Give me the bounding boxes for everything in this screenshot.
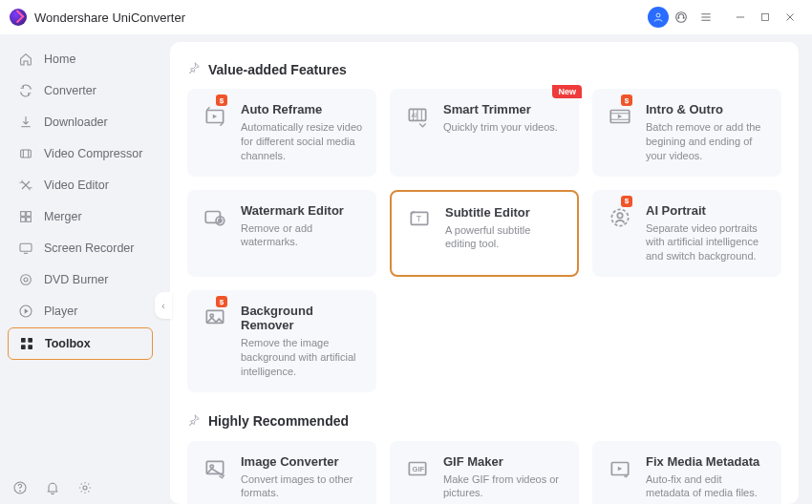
card-description: Make GIF from videos or pictures. <box>443 472 566 501</box>
card-title: GIF Maker <box>443 454 566 469</box>
dvd-burner-icon <box>17 271 34 288</box>
toolbox-icon <box>18 335 35 352</box>
intro-icon <box>606 102 634 131</box>
tool-card-background-remover[interactable]: $Background RemoverRemove the image back… <box>187 290 376 392</box>
svg-rect-3 <box>21 150 32 158</box>
sidebar-item-converter[interactable]: Converter <box>8 75 153 106</box>
sidebar-item-label: Player <box>44 304 77 318</box>
help-icon[interactable] <box>11 479 29 496</box>
home-icon <box>17 51 34 68</box>
card-description: A powerful subtitle editing tool. <box>445 223 564 252</box>
sidebar-item-dvd-burner[interactable]: DVD Burner <box>8 264 153 295</box>
card-title: Subtitle Editor <box>445 205 564 220</box>
trimmer-icon: AI <box>403 102 432 131</box>
svg-point-17 <box>20 491 21 492</box>
notifications-icon[interactable] <box>44 479 61 496</box>
subtitle-icon: T <box>405 205 434 234</box>
card-description: Remove or add watermarks. <box>241 221 363 250</box>
sidebar-item-label: Screen Recorder <box>44 242 135 255</box>
sidebar-item-label: Home <box>44 52 75 66</box>
sidebar-item-player[interactable]: Player <box>8 296 153 326</box>
tool-card-ai-portrait[interactable]: $AI PortraitSeparate video portraits wit… <box>592 190 781 278</box>
paid-badge-icon: $ <box>216 94 227 106</box>
portrait-icon <box>606 203 634 232</box>
svg-text:AI: AI <box>412 112 417 118</box>
downloader-icon <box>17 114 34 131</box>
card-title: Background Remover <box>241 304 363 332</box>
sidebar: HomeConverterDownloaderVideo CompressorV… <box>0 34 162 504</box>
svg-rect-7 <box>27 218 32 222</box>
sidebar-item-screen-recorder[interactable]: Screen Recorder <box>8 233 153 263</box>
video-editor-icon <box>17 177 34 194</box>
card-title: Auto Reframe <box>241 102 363 116</box>
sidebar-item-merger[interactable]: Merger <box>8 201 153 232</box>
sidebar-item-label: DVD Burner <box>44 273 108 286</box>
sidebar-item-toolbox[interactable]: Toolbox <box>8 327 153 360</box>
sidebar-item-home[interactable]: Home <box>8 44 153 74</box>
svg-point-33 <box>210 465 213 468</box>
tool-card-fix-media-metadata[interactable]: Fix Media MetadataAuto-fix and edit meta… <box>592 441 781 504</box>
content-panel: Value-added Features$Auto ReframeAutomat… <box>170 42 799 504</box>
gif-icon: GIF <box>403 454 432 483</box>
card-description: Separate video portraits with artificial… <box>646 221 768 264</box>
svg-rect-2 <box>762 14 769 21</box>
svg-point-29 <box>617 213 622 218</box>
bgremove-icon <box>201 304 229 332</box>
close-button[interactable] <box>778 5 802 30</box>
sidebar-item-label: Converter <box>44 84 96 97</box>
sidebar-item-video-compressor[interactable]: Video Compressor <box>8 138 153 169</box>
settings-icon[interactable] <box>76 479 94 496</box>
video-compressor-icon <box>17 145 34 162</box>
tool-card-gif-maker[interactable]: GIFGIF MakerMake GIF from videos or pict… <box>390 441 579 504</box>
sidebar-item-video-editor[interactable]: Video Editor <box>8 170 153 200</box>
maximize-button[interactable] <box>753 5 778 30</box>
metadata-icon <box>606 454 634 483</box>
svg-rect-5 <box>27 212 32 217</box>
card-title: Watermark Editor <box>241 203 363 218</box>
sidebar-item-label: Video Editor <box>44 178 109 192</box>
svg-text:T: T <box>417 214 422 223</box>
svg-text:GIF: GIF <box>413 465 425 473</box>
account-avatar-icon[interactable] <box>648 7 669 28</box>
minimize-button[interactable] <box>728 5 753 30</box>
svg-rect-14 <box>21 345 26 349</box>
tool-card-intro-outro[interactable]: $Intro & OutroBatch remove or add the be… <box>592 89 781 177</box>
new-badge: New <box>552 85 582 98</box>
screen-recorder-icon <box>17 240 34 257</box>
menu-icon[interactable] <box>694 5 718 30</box>
svg-rect-6 <box>21 218 26 222</box>
card-title: Image Converter <box>241 454 363 469</box>
tool-card-auto-reframe[interactable]: $Auto ReframeAutomatically resize video … <box>187 89 376 177</box>
card-description: Automatically resize video for different… <box>241 120 363 163</box>
app-title: Wondershare UniConverter <box>34 10 185 25</box>
reframe-icon <box>201 102 229 131</box>
sidebar-item-label: Downloader <box>44 116 108 129</box>
sidebar-item-label: Toolbox <box>45 337 91 350</box>
paid-badge-icon: $ <box>216 296 227 307</box>
sidebar-item-downloader[interactable]: Downloader <box>8 107 153 137</box>
card-description: Remove the image background with artific… <box>241 336 363 379</box>
paid-badge-icon: $ <box>621 94 632 106</box>
card-title: Intro & Outro <box>646 102 768 116</box>
pin-icon <box>187 413 201 430</box>
tool-card-subtitle-editor[interactable]: TSubtitle EditorA powerful subtitle edit… <box>390 190 579 278</box>
converter-icon <box>17 82 34 99</box>
svg-rect-8 <box>20 243 32 251</box>
paid-badge-icon: $ <box>621 196 632 207</box>
svg-rect-12 <box>21 338 26 343</box>
card-description: Convert images to other formats. <box>241 472 363 501</box>
merger-icon <box>17 208 34 225</box>
svg-point-0 <box>656 13 660 17</box>
sidebar-collapse-button[interactable]: ‹ <box>155 292 172 319</box>
support-icon[interactable] <box>669 5 694 30</box>
sidebar-item-label: Video Compressor <box>44 147 142 160</box>
svg-rect-13 <box>28 338 32 343</box>
tool-card-image-converter[interactable]: Image ConverterConvert images to other f… <box>187 441 376 504</box>
titlebar: Wondershare UniConverter <box>0 0 812 34</box>
card-title: Smart Trimmer <box>443 102 558 116</box>
tool-card-watermark-editor[interactable]: Watermark EditorRemove or add watermarks… <box>187 190 376 278</box>
card-description: Batch remove or add the begining and end… <box>646 120 768 163</box>
card-description: Quickly trim your videos. <box>443 120 558 135</box>
svg-rect-15 <box>28 345 32 349</box>
tool-card-smart-trimmer[interactable]: NewAISmart TrimmerQuickly trim your vide… <box>390 89 579 177</box>
